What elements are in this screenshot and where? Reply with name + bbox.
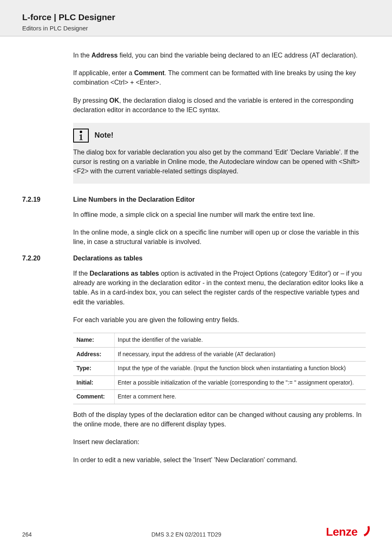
- text: In the: [73, 52, 91, 59]
- page-footer: 264 DMS 3.2 EN 02/2011 TD29 Lenze: [0, 526, 392, 538]
- section-title: Declarations as tables: [73, 255, 143, 262]
- field-name: Type:: [73, 362, 114, 376]
- paragraph: In order to edit a new variable, select …: [73, 455, 366, 465]
- paragraph: If applicable, enter a Comment. The comm…: [73, 68, 366, 87]
- field-desc: Input the type of the variable. (Input t…: [114, 362, 366, 376]
- table-row: Initial: Enter a possible initialization…: [73, 375, 366, 390]
- text: field, you can bind the variable being d…: [118, 52, 358, 59]
- section-number: 7.2.19: [22, 196, 73, 203]
- brand-arc-icon: [357, 527, 370, 537]
- field-name: Address:: [73, 347, 114, 362]
- field-desc: Input the identifier of the variable.: [114, 333, 366, 348]
- field-name: Initial:: [73, 375, 114, 390]
- paragraph: In the online mode, a single click on a …: [73, 228, 366, 246]
- inline-bold: OK: [109, 97, 119, 104]
- page-header: L-force | PLC Designer Editors in PLC De…: [0, 0, 392, 37]
- section-number: 7.2.20: [22, 255, 73, 262]
- note-box: 1 Note! The dialog box for variable decl…: [73, 123, 370, 184]
- table-row: Comment: Enter a comment here.: [73, 390, 366, 404]
- inline-bold: Comment: [134, 69, 165, 76]
- fields-table: Name: Input the identifier of the variab…: [73, 333, 366, 404]
- paragraph: If the Declarations as tables option is …: [73, 269, 366, 307]
- table-row: Name: Input the identifier of the variab…: [73, 333, 366, 348]
- text: If the: [73, 270, 90, 277]
- field-desc: Enter a possible initialization of the v…: [114, 375, 366, 390]
- inline-bold: Declarations as tables: [90, 270, 159, 277]
- field-name: Comment:: [73, 390, 114, 404]
- note-header: 1 Note!: [73, 129, 362, 143]
- paragraph: Insert new declaration:: [73, 437, 366, 447]
- text: By pressing: [73, 97, 109, 104]
- paragraph: By pressing OK, the declaration dialog i…: [73, 96, 366, 115]
- doc-title: L-force | PLC Designer: [22, 12, 370, 22]
- field-desc: Enter a comment here.: [114, 390, 366, 404]
- field-name: Name:: [73, 333, 114, 348]
- brand-text: Lenze: [326, 526, 357, 538]
- section-title: Line Numbers in the Declaration Editor: [73, 196, 195, 203]
- paragraph: In the Address field, you can bind the v…: [73, 51, 366, 60]
- fields-table-wrap: Name: Input the identifier of the variab…: [73, 333, 366, 404]
- note-label: Note!: [95, 131, 113, 140]
- inline-bold: Address: [91, 52, 118, 59]
- paragraph: For each variable you are given the foll…: [73, 315, 366, 325]
- note-body: The dialog box for variable declaration …: [73, 147, 362, 176]
- info-icon: 1: [73, 129, 89, 143]
- text: If applicable, enter a: [73, 69, 134, 76]
- table-row: Type: Input the type of the variable. (I…: [73, 362, 366, 376]
- paragraph: In offline mode, a simple click on a spe…: [73, 210, 366, 219]
- page-number: 264: [22, 531, 47, 538]
- page-content: In the Address field, you can bind the v…: [0, 37, 392, 465]
- field-desc: If necessary, input the address of the v…: [114, 347, 366, 362]
- paragraph: Both of the display types of the declara…: [73, 410, 366, 429]
- doc-id: DMS 3.2 EN 02/2011 TD29: [47, 531, 326, 538]
- section-heading: 7.2.20 Declarations as tables: [22, 255, 370, 262]
- section-heading: 7.2.19 Line Numbers in the Declaration E…: [22, 196, 370, 203]
- brand-logo: Lenze: [326, 526, 370, 538]
- doc-subtitle: Editors in PLC Designer: [22, 25, 370, 32]
- table-row: Address: If necessary, input the address…: [73, 347, 366, 362]
